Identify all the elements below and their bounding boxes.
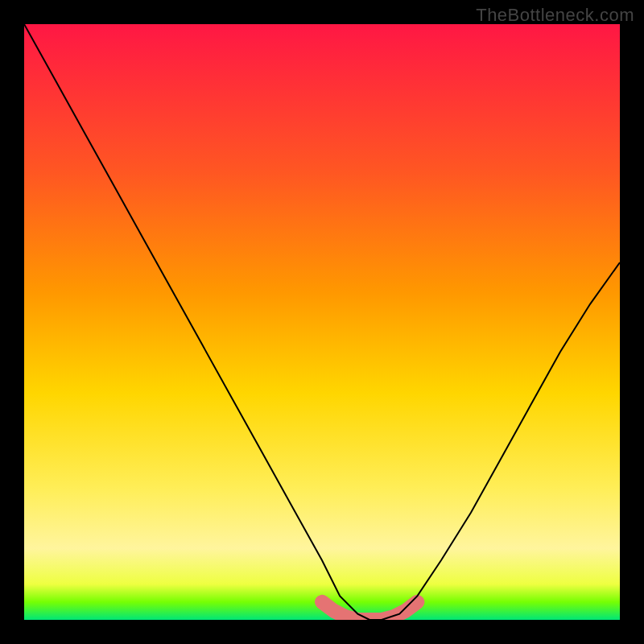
bottleneck-chart bbox=[24, 24, 620, 620]
chart-container: TheBottleneck.com bbox=[0, 0, 644, 644]
watermark-text: TheBottleneck.com bbox=[476, 5, 634, 26]
gradient-background bbox=[24, 24, 620, 620]
plot-area bbox=[24, 24, 620, 620]
